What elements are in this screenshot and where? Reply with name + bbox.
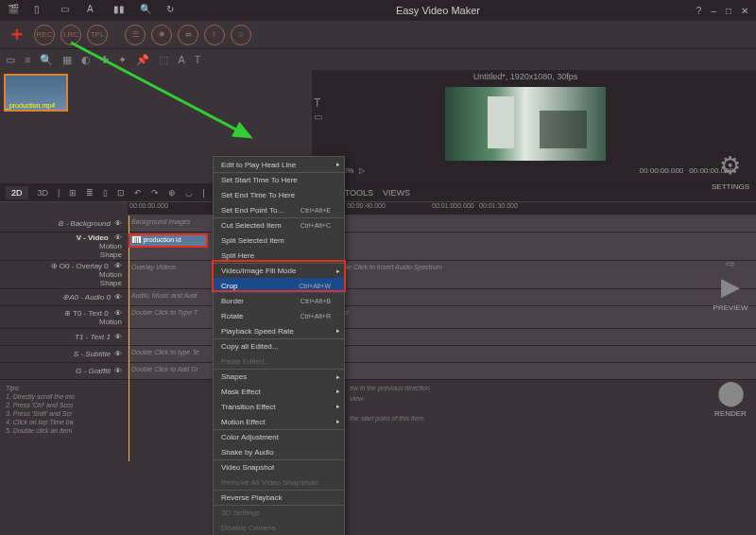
media-thumbnail[interactable]: _production.mp4 [4, 74, 68, 112]
track-label-text1[interactable]: T1 - Text 1👁 [0, 329, 128, 346]
video-clip[interactable]: production id [129, 233, 208, 248]
play-icon: ▶ [721, 272, 740, 302]
add-button[interactable]: + [6, 23, 28, 47]
menu-color-adj[interactable]: Color Adjustment [214, 429, 344, 444]
menu-motion-effect[interactable]: Motion Effect▸ [214, 414, 344, 429]
tl-icon-8[interactable]: ◡ [185, 188, 193, 198]
render-icon: ⬤ [717, 378, 745, 407]
settings-button[interactable]: ⚙ SETTINGS [712, 151, 749, 191]
help-icon[interactable]: ? [696, 6, 702, 16]
preview-title: Untitled*, 1920x1080, 30fps [312, 70, 739, 83]
tool-eq-icon[interactable]: ⫴ [204, 25, 225, 45]
gear-icon: ⚙ [719, 151, 741, 181]
menu-reverse[interactable]: Reverse Playback [214, 490, 344, 505]
tab-tools[interactable]: TOOLS [345, 188, 373, 198]
time-current: 00:00:00.000 [640, 166, 684, 175]
tab-3d[interactable]: 3D [38, 188, 49, 198]
menu-transition[interactable]: Transition Effect▸ [214, 399, 344, 414]
minimize-icon[interactable]: – [711, 6, 716, 16]
tips-text: Tips: 1. Directly scroll the mo2. Press … [0, 380, 128, 440]
preview-button[interactable]: ⇨ ▶ PREVIEW [713, 257, 748, 312]
sub-icon-10[interactable]: A [178, 54, 184, 65]
sub-icon-3[interactable]: 🔍 [40, 54, 53, 66]
track-label-audio[interactable]: ⊕ A0 - Audio 0👁 [0, 289, 128, 306]
tool-gear-icon[interactable]: ✱ [151, 25, 172, 45]
track-label-bg[interactable]: B - Background👁 [0, 216, 128, 233]
search-icon[interactable]: 🔍 [140, 4, 153, 17]
book-icon[interactable]: ▯ [34, 4, 47, 17]
tl-icon-4[interactable]: ⊡ [117, 188, 125, 198]
columns-icon[interactable]: ▮▮ [113, 4, 127, 17]
book2-icon[interactable]: ▭ [60, 4, 74, 17]
sub-icon-5[interactable]: ◐ [81, 54, 91, 66]
menu-split-selected[interactable]: Split Selected Item [214, 233, 344, 248]
tl-icon-7[interactable]: ⊕ [168, 188, 176, 198]
track-label-subtitle[interactable]: S - Subtitle👁 [0, 346, 128, 363]
rec-button[interactable]: REC [34, 25, 55, 45]
menu-fill-mode[interactable]: Video/Image Fill Mode▸ [214, 263, 344, 278]
preview-play-icon[interactable]: ▷ [359, 166, 365, 175]
menu-set-start[interactable]: Set Start Time To Here [214, 172, 344, 187]
text-icon[interactable]: A [87, 4, 100, 17]
menu-shake[interactable]: Shake by Audio [214, 444, 344, 459]
tool-list-icon[interactable]: ☰ [125, 25, 146, 45]
sub-icon-4[interactable]: ▦ [62, 54, 72, 66]
sub-icon-8[interactable]: 📌 [136, 54, 149, 66]
tool-link-icon[interactable]: ⇄ [178, 25, 198, 45]
menu-disable-camera: Disable Camera [214, 520, 344, 535]
menu-set-end[interactable]: Set End Time To Here [214, 187, 344, 202]
tl-icon-2[interactable]: ≣ [86, 188, 94, 198]
menu-rotate[interactable]: RotateCtrl+Alt+R [214, 308, 344, 323]
menu-snapshot[interactable]: Video Snapshot [214, 459, 344, 475]
menu-3d: 3D Settings [214, 505, 344, 520]
context-menu: Edit to Play Head Line▸ Set Start Time T… [213, 156, 345, 535]
tab-views[interactable]: VIEWS [383, 188, 410, 198]
menu-shapes[interactable]: Shapes▸ [214, 369, 344, 384]
refresh-icon[interactable]: ↻ [166, 4, 180, 17]
sub-icon-1[interactable]: ▭ [6, 54, 15, 66]
sub-icon-11[interactable]: T [195, 54, 201, 65]
arrow-right-icon: ⇨ [726, 257, 735, 270]
menu-edit-playhead[interactable]: Edit to Play Head Line▸ [214, 157, 344, 172]
menu-copy-edited[interactable]: Copy all Edited... [214, 338, 344, 354]
preview-video[interactable] [445, 87, 606, 161]
menu-remove-snapshots: Remove All Video Snapshots [214, 475, 344, 490]
tl-icon-5[interactable]: ↶ [134, 188, 142, 198]
track-label-video[interactable]: V - Video 👁 MotionShape [0, 233, 128, 261]
menu-border[interactable]: BorderCtrl+Alt+B [214, 293, 344, 308]
track-label-overlay[interactable]: ⊕ O0 - Overlay 0 👁 MotionShape [0, 261, 128, 289]
menu-split-here[interactable]: Split Here [214, 248, 344, 263]
sub-icon-9[interactable]: ⬚ [159, 54, 168, 66]
preview-panel: T ▭ Untitled*, 1920x1080, 30fps ▷◁ 100% … [312, 70, 739, 183]
menu-crop[interactable]: CropCtrl+Alt+W [214, 278, 344, 293]
maximize-icon[interactable]: □ [726, 6, 731, 16]
playhead[interactable] [129, 216, 129, 461]
tpl-button[interactable]: TPL [87, 25, 108, 45]
render-button[interactable]: ⬤ RENDER [714, 378, 747, 418]
sub-icon-6[interactable]: ✚ [100, 54, 109, 66]
menu-speed[interactable]: Playback Speed Rate▸ [214, 323, 344, 338]
track-label-graffiti[interactable]: G - Graffiti👁 [0, 363, 128, 380]
close-icon[interactable]: ✕ [741, 6, 748, 16]
track-label-text0[interactable]: ⊕ T0 - Text 0 👁Motion [0, 306, 128, 329]
tab-2d[interactable]: 2D [6, 186, 28, 199]
tl-icon-1[interactable]: ⊞ [69, 188, 77, 198]
menu-mask[interactable]: Mask Effect▸ [214, 384, 344, 399]
tool-user-icon[interactable]: ☺ [231, 25, 251, 45]
app-title: Easy Video Maker [180, 5, 696, 16]
app-logo-icon: 🎬 [8, 4, 21, 17]
menu-set-end-point[interactable]: Set End Point To...Ctrl+Alt+E [214, 202, 344, 217]
sub-icon-2[interactable]: ≡ [25, 54, 30, 65]
menu-paste-edited: Paste Edited... [214, 354, 344, 369]
tl-icon-3[interactable]: ▯ [103, 188, 108, 198]
menu-cut[interactable]: Cut Selected ItemCtrl+Alt+C [214, 217, 344, 233]
lrc-button[interactable]: LRC [60, 25, 81, 45]
sub-icon-7[interactable]: ✦ [118, 54, 127, 66]
eye-icon: 👁 [114, 219, 122, 228]
tl-icon-6[interactable]: ↷ [151, 188, 159, 198]
